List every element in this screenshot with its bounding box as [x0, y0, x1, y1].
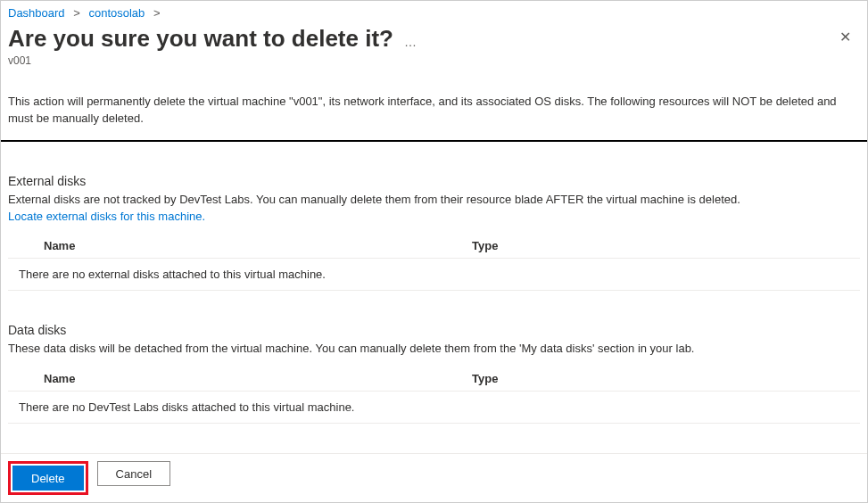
column-type: Type — [472, 239, 860, 252]
external-disks-title: External disks — [8, 174, 860, 188]
external-disks-section: External disks External disks are not tr… — [8, 174, 860, 292]
external-disks-table: Name Type There are no external disks at… — [8, 234, 860, 291]
external-disks-desc: External disks are not tracked by DevTes… — [8, 193, 740, 206]
warning-text: This action will permanently delete the … — [8, 94, 860, 128]
locate-external-disks-link[interactable]: Locate external disks for this machine. — [8, 210, 205, 223]
data-disks-empty: There are no DevTest Labs disks attached… — [8, 392, 860, 424]
data-disks-table: Name Type There are no DevTest Labs disk… — [8, 367, 860, 424]
breadcrumb-lab[interactable]: contosolab — [88, 6, 145, 20]
data-disks-title: Data disks — [8, 323, 860, 337]
page-subtitle: v001 — [8, 54, 860, 67]
data-disks-desc: These data disks will be detached from t… — [8, 341, 860, 358]
column-name: Name — [44, 372, 472, 385]
delete-button[interactable]: Delete — [12, 466, 84, 491]
column-name: Name — [44, 239, 472, 252]
footer: Delete Cancel — [1, 453, 867, 502]
page-title: Are you sure you want to delete it? — [8, 25, 393, 53]
cancel-button[interactable]: Cancel — [97, 461, 170, 486]
chevron-right-icon: > — [73, 6, 80, 20]
breadcrumb: Dashboard > contosolab > — [8, 6, 860, 20]
column-type: Type — [472, 372, 860, 385]
chevron-right-icon: > — [153, 6, 161, 20]
more-icon[interactable]: … — [404, 35, 417, 49]
close-icon[interactable]: ✕ — [831, 25, 860, 50]
breadcrumb-dashboard[interactable]: Dashboard — [8, 6, 65, 20]
data-disks-section: Data disks These data disks will be deta… — [8, 323, 860, 424]
delete-highlight: Delete — [8, 461, 88, 495]
external-disks-empty: There are no external disks attached to … — [8, 259, 860, 291]
divider — [1, 140, 867, 142]
